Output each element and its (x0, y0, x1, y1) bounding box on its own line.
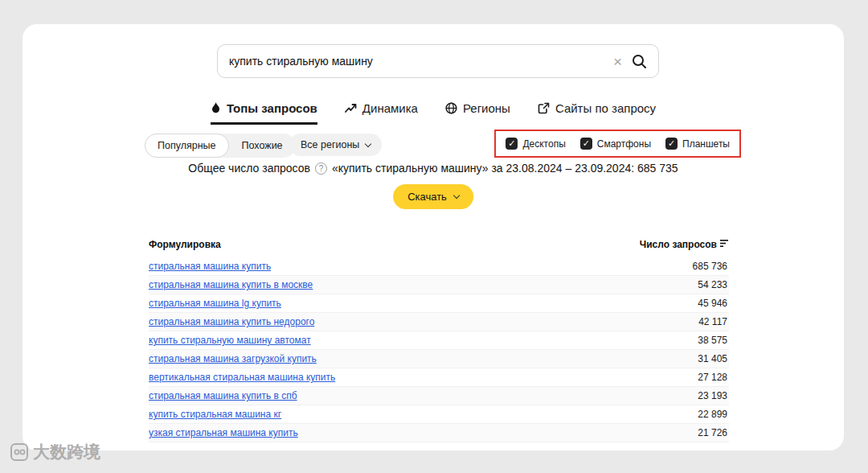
device-filters-annotation: ✓ Десктопы ✓ Смартфоны ✓ Планшеты (494, 130, 741, 158)
checkbox-checked-icon: ✓ (580, 138, 592, 150)
query-link[interactable]: стиральная машина купить в москве (149, 279, 313, 290)
query-count: 27 128 (698, 372, 727, 383)
query-link[interactable]: вертикальная стиральная машина купить (149, 372, 335, 383)
tab-label: Регионы (463, 101, 510, 115)
query-count: 22 899 (698, 409, 727, 420)
query-total-summary: Общее число запросов ? «купить стиральну… (23, 162, 844, 175)
queries-table: Формулировка Число запросов стиральная м… (149, 233, 729, 442)
query-count: 54 233 (698, 279, 727, 290)
tab-label: Динамика (362, 101, 418, 115)
checkbox-desktops[interactable]: ✓ Десктопы (506, 138, 565, 150)
table-row: узкая стиральная машина купить 21 726 (149, 424, 729, 442)
download-button[interactable]: Скачать (393, 184, 473, 209)
table-row: стиральная машина загрузкой купить 31 40… (149, 350, 729, 368)
summary-prefix: Общее число запросов (188, 162, 310, 175)
table-row: стиральная машина купить в спб 23 193 (149, 387, 729, 405)
checkbox-tablets[interactable]: ✓ Планшеты (665, 138, 730, 150)
tab-regions[interactable]: Регионы (445, 101, 510, 125)
checkbox-checked-icon: ✓ (665, 138, 678, 150)
search-bar: × (217, 44, 659, 78)
query-count: 685 736 (693, 261, 727, 272)
region-label: Все регионы (301, 139, 359, 150)
table-header: Формулировка Число запросов (149, 233, 729, 257)
chevron-down-icon (365, 140, 371, 146)
checkbox-label: Десктопы (522, 138, 565, 150)
query-count: 23 193 (698, 390, 727, 401)
table-row: стиральная машина lg купить 45 946 (149, 294, 729, 313)
external-link-icon (538, 102, 550, 114)
filters-row: Популярные Похожие Все регионы ✓ Десктоп… (23, 132, 844, 159)
tab-bar: Топы запросов Динамика (23, 101, 844, 125)
region-selector[interactable]: Все регионы (289, 134, 382, 156)
download-label: Скачать (407, 191, 447, 203)
table-row: купить стиральную машину автомат 38 575 (149, 331, 729, 350)
table-row: купить стиральная машина кг 22 899 (149, 405, 729, 424)
query-link[interactable]: узкая стиральная машина купить (149, 427, 298, 438)
trend-icon (345, 103, 357, 113)
table-row: стиральная машина купить в москве 54 233 (149, 276, 729, 294)
toggle-similar[interactable]: Похожие (229, 134, 296, 158)
tab-label: Топы запросов (227, 101, 317, 115)
checkbox-smartphones[interactable]: ✓ Смартфоны (580, 138, 651, 150)
query-link[interactable]: стиральная машина купить в спб (149, 390, 297, 401)
tab-label: Сайты по запросу (555, 101, 656, 115)
page-background: × Топы запросов (0, 0, 868, 473)
query-link[interactable]: стиральная машина купить недорого (149, 316, 314, 327)
table-row: стиральная машина купить 685 736 (149, 257, 729, 276)
search-icon[interactable] (632, 54, 647, 69)
query-link[interactable]: купить стиральная машина кг (149, 409, 281, 420)
clear-icon[interactable]: × (613, 54, 622, 69)
query-count: 38 575 (698, 335, 727, 346)
query-link[interactable]: стиральная машина купить (149, 261, 271, 272)
query-count: 31 405 (698, 353, 727, 364)
checkbox-label: Планшеты (682, 138, 730, 150)
toggle-popular[interactable]: Популярные (145, 134, 229, 158)
summary-rest: «купить стиральную машину» за 23.08.2024… (332, 162, 678, 175)
help-icon[interactable]: ? (315, 162, 327, 175)
query-link[interactable]: купить стиральную машину автомат (149, 335, 311, 346)
sort-icon[interactable] (720, 239, 729, 250)
wordstat-card: × Топы запросов (23, 24, 844, 450)
query-link[interactable]: стиральная машина lg купить (149, 298, 281, 309)
query-count: 45 946 (698, 298, 727, 309)
query-link[interactable]: стиральная машина загрузкой купить (149, 353, 317, 364)
checkbox-checked-icon: ✓ (506, 138, 518, 150)
table-row: вертикальная стиральная машина купить 27… (149, 368, 729, 387)
column-header-phrase: Формулировка (149, 239, 221, 250)
query-count: 21 726 (698, 427, 727, 438)
checkbox-label: Смартфоны (597, 138, 651, 150)
globe-icon (445, 102, 457, 114)
chevron-down-icon (453, 192, 460, 199)
search-input[interactable] (229, 55, 604, 68)
flame-icon (211, 102, 221, 115)
query-count: 42 117 (698, 316, 727, 327)
column-header-count: Число запросов (640, 239, 717, 250)
table-row: стиральная машина купить недорого 42 117 (149, 313, 729, 331)
tab-top-queries[interactable]: Топы запросов (211, 101, 317, 125)
query-type-toggle: Популярные Похожие (145, 134, 296, 158)
tab-sites-by-query[interactable]: Сайты по запросу (538, 101, 656, 125)
tab-dynamics[interactable]: Динамика (345, 101, 418, 125)
